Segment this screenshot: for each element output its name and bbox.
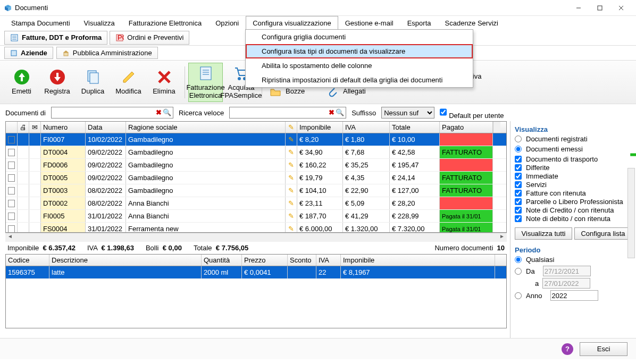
menu-configura-visualizzazione[interactable]: Configura visualizzazione — [246, 16, 338, 30]
menu-opzioni[interactable]: Opzioni — [208, 16, 246, 30]
table-row[interactable]: FI000531/01/2022Anna Bianchi✎€ 187,70€ 4… — [6, 210, 506, 223]
column-header[interactable]: Numero — [41, 122, 86, 133]
modifica-button[interactable]: Modifica — [111, 63, 146, 102]
column-header[interactable]: Prezzo — [242, 255, 288, 266]
menu-item[interactable]: Configura lista tipi di documenti da vis… — [246, 44, 473, 58]
column-header[interactable] — [6, 122, 18, 133]
radio-periodo-da[interactable]: Da — [515, 266, 632, 276]
vis-checkbox[interactable]: Immediate — [515, 172, 632, 180]
column-header[interactable]: Codice — [6, 255, 49, 266]
radio-documenti-registrati[interactable]: Documenti registrati — [515, 135, 632, 143]
maximize-button[interactable] — [589, 1, 610, 15]
row-checkbox[interactable] — [8, 162, 15, 169]
tab-aziende[interactable]: Aziende — [4, 47, 53, 59]
menu-item[interactable]: Abilita lo spostamento delle colonne — [246, 58, 473, 73]
column-header[interactable]: Data — [86, 122, 126, 133]
column-header[interactable]: ✉ — [29, 122, 41, 133]
column-header[interactable]: IVA — [316, 255, 341, 266]
pencil-icon[interactable]: ✎ — [288, 199, 294, 207]
column-header[interactable]: Quantità — [202, 255, 242, 266]
pencil-icon[interactable]: ✎ — [288, 136, 294, 143]
table-row[interactable]: 1596375latte2000 ml€ 0,004122€ 8,1967 — [6, 266, 506, 279]
radio-periodo-qualsiasi[interactable]: Qualsiasi — [515, 256, 632, 264]
pencil-icon[interactable]: ✎ — [288, 225, 294, 232]
menu-item[interactable]: Configura griglia documenti — [246, 30, 473, 44]
pencil-icon[interactable]: ✎ — [288, 148, 294, 156]
duplica-button[interactable]: Duplica — [76, 63, 110, 102]
files-icon — [85, 69, 102, 86]
menu-fatturazione-elettronica[interactable]: Fatturazione Elettronica — [122, 16, 208, 30]
vis-checkbox[interactable]: Note di Credito / con ritenuta — [515, 206, 632, 214]
tab-fatture-ddt-proforma[interactable]: Fatture, DDT e Proforma — [4, 31, 107, 45]
menu-esporta[interactable]: Esporta — [400, 16, 438, 30]
vis-checkbox[interactable]: Parcelle o Libero Professionista — [515, 198, 632, 206]
vis-checkbox[interactable]: Fatture con ritenuta — [515, 189, 632, 197]
column-header[interactable]: Imponibile — [297, 122, 343, 133]
registra-button[interactable]: Registra — [40, 63, 74, 102]
column-header[interactable]: Pagato — [440, 122, 493, 133]
pencil-icon[interactable]: ✎ — [288, 187, 294, 194]
table-row[interactable]: FS000431/01/2022Ferramenta new✎€ 6.000,0… — [6, 223, 506, 232]
detail-grid[interactable]: CodiceDescrizioneQuantitàPrezzoScontoIVA… — [5, 254, 507, 328]
column-header[interactable]: Descrizione — [49, 255, 202, 266]
column-header[interactable]: Ragione sociale — [126, 122, 286, 133]
clear-documenti-icon[interactable]: ✖ — [156, 108, 162, 116]
column-header[interactable]: 🖨 — [18, 122, 29, 133]
default-utente-checkbox[interactable]: Default per utente — [440, 106, 504, 120]
column-header[interactable]: Totale — [390, 122, 440, 133]
search-documenti-icon[interactable]: 🔍 — [163, 108, 171, 116]
column-header[interactable]: Sconto — [288, 255, 316, 266]
search-ricerca-icon[interactable]: 🔍 — [336, 108, 344, 116]
column-header[interactable]: Imponibile — [341, 255, 495, 266]
grid-horizontal-scrollbar[interactable] — [5, 233, 507, 242]
visualizza-tutti-button[interactable]: Visualizza tutti — [515, 227, 572, 240]
row-checkbox[interactable] — [8, 225, 15, 233]
elimina-button[interactable]: Elimina — [147, 63, 181, 102]
row-checkbox[interactable] — [8, 149, 15, 156]
menu-gestione-e-mail[interactable]: Gestione e-mail — [338, 16, 400, 30]
table-row[interactable]: DT000208/02/2022Anna Bianchi✎€ 23,11€ 5,… — [6, 197, 506, 210]
row-checkbox[interactable] — [8, 200, 15, 207]
date-from-input[interactable] — [543, 266, 591, 276]
table-row[interactable]: DT000409/02/2022Gambadilegno✎€ 34,90€ 7,… — [6, 146, 506, 159]
suffisso-select[interactable]: Nessun suf — [381, 107, 434, 118]
menu-visualizza[interactable]: Visualizza — [77, 16, 122, 30]
documenti-di-input[interactable] — [51, 107, 173, 118]
emetti-button[interactable]: Emetti — [4, 63, 39, 102]
column-header[interactable]: IVA — [343, 122, 390, 133]
row-checkbox[interactable] — [8, 174, 15, 182]
radio-documenti-emessi[interactable]: Documenti emessi — [515, 145, 632, 153]
configura-lista-button[interactable]: Configura lista — [574, 227, 632, 240]
clear-ricerca-icon[interactable]: ✖ — [329, 108, 334, 116]
tab-ordini-preventivi[interactable]: PO Ordini e Preventivi — [110, 31, 189, 45]
row-checkbox[interactable] — [8, 187, 15, 194]
menu-scadenze-servizi[interactable]: Scadenze Servizi — [438, 16, 505, 30]
pencil-icon[interactable]: ✎ — [288, 161, 294, 169]
right-pane-scrollbar[interactable] — [627, 168, 635, 258]
help-button[interactable]: ? — [562, 343, 573, 355]
vis-checkbox[interactable]: Documento di trasporto — [515, 155, 632, 163]
column-header[interactable]: ✎ — [286, 122, 297, 133]
tab-pubblica-amministrazione[interactable]: Pubblica Amministrazione — [56, 47, 158, 59]
vis-checkbox[interactable]: Differite — [515, 164, 632, 172]
pencil-icon[interactable]: ✎ — [288, 174, 294, 182]
menu-item[interactable]: Ripristina impostazioni di default della… — [246, 73, 473, 87]
row-checkbox[interactable] — [8, 136, 15, 143]
documents-grid[interactable]: 🖨✉NumeroDataRagione sociale✎ImponibileIV… — [5, 121, 507, 233]
pencil-icon[interactable]: ✎ — [288, 212, 294, 220]
exit-button[interactable]: Esci — [580, 342, 627, 356]
table-row[interactable]: DT000509/02/2022Gambadilegno✎€ 19,79€ 4,… — [6, 172, 506, 184]
minimize-button[interactable] — [568, 1, 589, 15]
vis-checkbox[interactable]: Servizi — [515, 181, 632, 189]
row-checkbox[interactable] — [8, 213, 15, 220]
radio-periodo-anno[interactable]: Anno — [515, 290, 632, 301]
menu-stampa-documenti[interactable]: Stampa Documenti — [4, 16, 77, 30]
table-row[interactable]: FI000710/02/2022Gambadilegno✎€ 8,20€ 1,8… — [6, 133, 506, 146]
vis-checkbox[interactable]: Note di debito / con ritenuta — [515, 215, 632, 223]
close-button[interactable] — [610, 1, 632, 15]
anno-input[interactable] — [550, 290, 598, 301]
table-row[interactable]: DT000308/02/2022Gambadilegno✎€ 104,10€ 2… — [6, 184, 506, 197]
fatturazione-elettronica-button[interactable]: Fatturazione Elettronica — [188, 63, 223, 102]
date-to-input[interactable] — [542, 278, 590, 289]
table-row[interactable]: FD000609/02/2022Gambadilegno✎€ 160,22€ 3… — [6, 159, 506, 172]
